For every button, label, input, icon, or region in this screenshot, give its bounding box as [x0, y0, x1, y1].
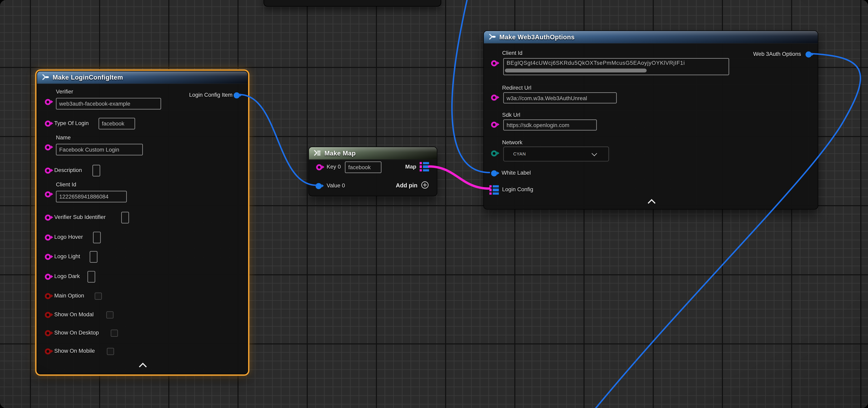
make-struct-icon — [41, 73, 49, 81]
pin-sdk-url[interactable] — [491, 122, 497, 128]
node-header-make-map[interactable]: Make Map — [309, 147, 437, 160]
node-title: Make Map — [324, 150, 356, 157]
pin-logo-hover[interactable] — [45, 234, 51, 240]
verifier-sub-identifier-input[interactable] — [121, 212, 129, 224]
pin-label-sdk-url: Sdk Url — [502, 112, 520, 118]
pin-label-client-id: Client Id — [502, 50, 522, 57]
make-struct-icon — [488, 33, 496, 41]
pin-label-logo-dark: Logo Dark — [54, 273, 80, 280]
node-header-make-web3authoptions[interactable]: Make Web3AuthOptions — [484, 31, 818, 44]
node-make-loginconfigitem[interactable]: Make LoginConfigItem Login Config Item V… — [36, 71, 248, 374]
pin-label-key-0: Key 0 — [327, 164, 341, 170]
pin-main-option[interactable] — [45, 293, 51, 299]
dropdown-chevron-icon — [592, 150, 597, 156]
name-input[interactable]: Facebook Custom Login — [56, 144, 143, 155]
pin-label-verifier-sub-identifier: Verifier Sub Identifier — [54, 214, 106, 220]
pin-client-id[interactable] — [491, 60, 497, 66]
main-option-checkbox[interactable] — [95, 292, 102, 300]
pin-login-config[interactable] — [489, 185, 499, 195]
pin-label-description: Description — [54, 167, 82, 174]
pin-label-name: Name — [56, 134, 71, 141]
pin-label-logo-hover: Logo Hover — [54, 234, 83, 241]
node-title: Make LoginConfigItem — [53, 74, 123, 81]
description-input[interactable] — [92, 165, 100, 176]
pin-label-verifier: Verifier — [56, 89, 73, 95]
add-pin-icon[interactable] — [421, 181, 429, 189]
pin-label-login-config-item: Login Config Item — [189, 92, 232, 99]
pin-label-login-config: Login Config — [502, 186, 533, 193]
client-id-input[interactable]: BEglQSgt4cUWcj6SKRdu5QkOXTsePmMcusG5EAoy… — [503, 58, 729, 75]
pin-out-login-config-item[interactable] — [234, 92, 240, 98]
collapse-advanced-chevron-icon[interactable] — [648, 199, 656, 207]
pin-label-client-id: Client Id — [56, 181, 76, 188]
pin-description[interactable] — [45, 167, 51, 173]
pin-logo-dark[interactable] — [45, 273, 51, 279]
pin-value-0[interactable] — [315, 183, 321, 189]
pin-show-on-mobile[interactable] — [45, 348, 51, 354]
pin-white-label[interactable] — [491, 170, 497, 176]
network-dropdown[interactable]: CYAN — [503, 146, 609, 162]
node-header-make-loginconfigitem[interactable]: Make LoginConfigItem — [37, 71, 247, 84]
pin-label-main-option: Main Option — [54, 293, 84, 299]
pin-redirect-url[interactable] — [491, 94, 497, 100]
collapse-advanced-chevron-icon[interactable] — [139, 363, 147, 371]
type-of-login-input[interactable]: facebook — [98, 118, 135, 129]
add-pin-label[interactable]: Add pin — [396, 182, 417, 189]
show-on-desktop-checkbox[interactable] — [111, 329, 118, 337]
redirect-url-input[interactable]: w3a://com.w3a.Web3AuthUnreal — [503, 92, 617, 103]
pin-verifier-sub-identifier[interactable] — [45, 214, 51, 220]
pin-out-map[interactable] — [420, 162, 429, 171]
sdk-url-input[interactable]: https://sdk.openlogin.com — [503, 120, 597, 131]
wire-loginconfigitem-to-value0[interactable] — [239, 95, 317, 185]
verifier-input[interactable]: web3auth-facebook-example — [56, 98, 161, 109]
offscreen-node-bottom-edge[interactable] — [264, 0, 441, 7]
node-make-web3authoptions[interactable]: Make Web3AuthOptions Web 3Auth Options C… — [483, 30, 818, 209]
pin-out-web3auth-options[interactable] — [806, 51, 812, 57]
pin-label-show-on-modal: Show On Modal — [54, 311, 94, 318]
pin-show-on-desktop[interactable] — [45, 330, 51, 336]
pin-label-type-of-login: Type Of Login — [54, 120, 89, 127]
pin-label-white-label: White Label — [502, 170, 531, 176]
blueprint-graph-canvas[interactable]: Make LoginConfigItem Login Config Item V… — [0, 0, 868, 408]
pin-label-show-on-mobile: Show On Mobile — [54, 348, 95, 354]
pin-label-value-0: Value 0 — [327, 182, 345, 189]
node-title: Make Web3AuthOptions — [499, 34, 575, 40]
key-0-input[interactable]: facebook — [345, 162, 381, 173]
show-on-modal-checkbox[interactable] — [106, 311, 114, 318]
pin-logo-light[interactable] — [45, 253, 51, 260]
pin-label-logo-light: Logo Light — [54, 253, 80, 260]
logo-light-input[interactable] — [90, 251, 97, 263]
pin-show-on-modal[interactable] — [45, 312, 51, 318]
pin-client-id[interactable] — [45, 191, 51, 197]
client-id-scrollbar[interactable] — [505, 69, 647, 72]
pin-type-of-login[interactable] — [45, 120, 51, 126]
blueprint-editor-viewport: Make LoginConfigItem Login Config Item V… — [0, 0, 868, 408]
pin-name[interactable] — [45, 144, 51, 150]
pin-network[interactable] — [491, 150, 497, 156]
logo-dark-input[interactable] — [88, 271, 95, 282]
network-selected-value: CYAN — [513, 151, 526, 157]
pin-label-map: Map — [405, 164, 416, 170]
pin-label-redirect-url: Redirect Url — [502, 84, 531, 91]
wire-map-to-loginconfig[interactable] — [429, 166, 490, 189]
show-on-mobile-checkbox[interactable] — [107, 347, 114, 355]
node-make-map[interactable]: Make Map Key 0 facebook Map Value 0 Add … — [308, 146, 437, 196]
make-map-icon — [313, 149, 321, 157]
pin-verifier[interactable] — [45, 99, 51, 105]
pin-key-0[interactable] — [316, 164, 322, 170]
pin-label-web3auth-options: Web 3Auth Options — [753, 51, 801, 58]
client-id-text: BEglQSgt4cUWcj6SKRdu5QkOXTsePmMcusG5EAoy… — [506, 60, 685, 66]
pin-label-network: Network — [502, 139, 522, 146]
pin-label-show-on-desktop: Show On Desktop — [54, 330, 99, 336]
logo-hover-input[interactable] — [93, 232, 101, 243]
client-id-input[interactable]: 1222658941886084 — [56, 191, 127, 202]
